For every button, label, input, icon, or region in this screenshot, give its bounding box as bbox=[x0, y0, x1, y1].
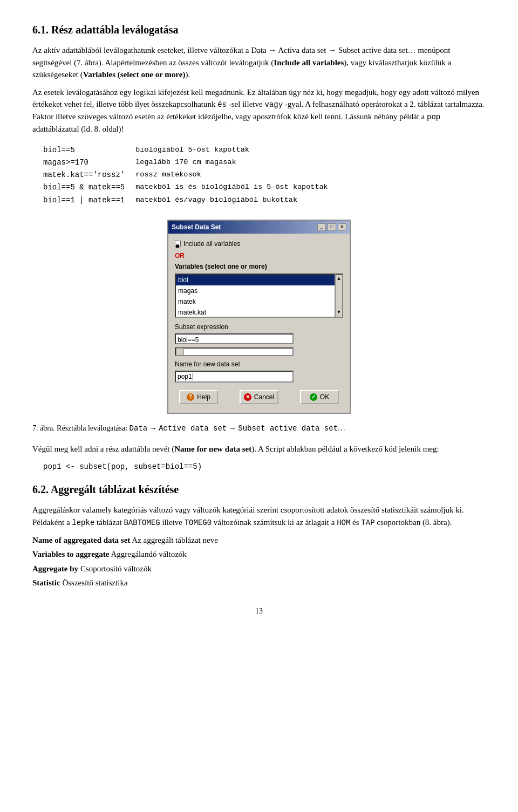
listbox-item-biol[interactable]: biol bbox=[176, 275, 335, 285]
horizontal-scrollbar[interactable] bbox=[175, 347, 294, 356]
example-row-4: biol==5 & matek==5 matekból is és biológ… bbox=[43, 181, 339, 194]
def-term-1: Name of aggregated data set bbox=[32, 536, 130, 544]
example-row-2: magas>=170 legalább 170 cm magasak bbox=[43, 156, 339, 169]
titlebar-buttons: _ □ × bbox=[317, 223, 346, 231]
section-6-1-para1: Az aktív adattáblából leválogathatunk es… bbox=[32, 44, 486, 81]
def-desc-1: Az aggregált táblázat neve bbox=[132, 536, 218, 544]
ok-button[interactable]: ✓ OK bbox=[300, 390, 339, 404]
cancel-label: Cancel bbox=[254, 393, 274, 401]
scroll-thumb bbox=[176, 348, 184, 356]
dialog-window: Subset Data Set _ □ × ■ Include all vari… bbox=[167, 220, 351, 414]
include-all-row: ■ Include all variables bbox=[175, 239, 343, 249]
script-code: pop1 <- subset(pop, subset=biol==5) bbox=[43, 460, 486, 473]
name-label: Name for new data set bbox=[175, 359, 343, 369]
examples-table: biol==5 biológiából 5-öst kapottak magas… bbox=[43, 144, 339, 207]
cancel-button[interactable]: ✕ Cancel bbox=[240, 390, 278, 404]
example-row-1: biol==5 biológiából 5-öst kapottak bbox=[43, 144, 339, 156]
example-code-2: magas>=170 bbox=[43, 156, 135, 169]
include-all-checkbox[interactable]: ■ bbox=[175, 241, 181, 247]
definitions-block: Name of aggregated data set Az aggregált… bbox=[32, 534, 486, 589]
example-row-5: biol==1 | matek==1 matekból és/vagy biol… bbox=[43, 194, 339, 207]
def-row-1: Name of aggregated data set Az aggregált… bbox=[32, 534, 486, 547]
minimize-button[interactable]: _ bbox=[317, 223, 326, 231]
subset-expr-label: Subset expression bbox=[175, 322, 343, 332]
variables-listbox[interactable]: biol magas matek matek.kat bbox=[175, 274, 336, 318]
dialog-title: Subset Data Set bbox=[172, 222, 221, 232]
listbox-item-matek[interactable]: matek bbox=[176, 296, 335, 307]
help-label: Help bbox=[197, 393, 210, 401]
include-all-label: Include all variables bbox=[183, 239, 240, 249]
def-desc-4: Összesítő statisztika bbox=[62, 578, 127, 587]
example-code-4: biol==5 & matek==5 bbox=[43, 181, 135, 194]
figure-text: Résztábla leválogatása: Data → Active da… bbox=[57, 424, 345, 432]
dialog-buttons-row: ? Help ✕ Cancel ✓ OK bbox=[175, 388, 343, 407]
para-after-fig: Végül meg kell adni a rész adattábla nev… bbox=[32, 443, 486, 455]
maximize-button[interactable]: □ bbox=[328, 223, 336, 231]
text-cursor bbox=[193, 373, 193, 380]
def-term-4: Statistic bbox=[32, 578, 60, 587]
name-input[interactable]: pop1 bbox=[175, 371, 294, 383]
figure-caption: 7. ábra. Résztábla leválogatása: Data → … bbox=[32, 422, 486, 434]
scroll-down-btn[interactable]: ▼ bbox=[337, 309, 342, 316]
help-button[interactable]: ? Help bbox=[179, 390, 218, 404]
def-term-3: Aggregate by bbox=[32, 564, 78, 573]
example-code-1: biol==5 bbox=[43, 144, 135, 156]
dialog-container: Subset Data Set _ □ × ■ Include all vari… bbox=[32, 220, 486, 414]
example-desc-5: matekból és/vagy biológiából bukottak bbox=[135, 194, 338, 207]
dialog-titlebar: Subset Data Set _ □ × bbox=[168, 221, 350, 234]
listbox-item-matek-kat[interactable]: matek.kat bbox=[176, 307, 335, 318]
example-code-5: biol==1 | matek==1 bbox=[43, 194, 135, 207]
def-row-4: Statistic Összesítő statisztika bbox=[32, 577, 486, 589]
example-desc-1: biológiából 5-öst kapottak bbox=[135, 144, 338, 156]
example-desc-4: matekból is és biológiából is 5-öst kapo… bbox=[135, 181, 338, 194]
def-desc-3: Csoportosító változók bbox=[80, 564, 152, 573]
section-6-1-title: 6.1. Rész adattábla leválogatása bbox=[32, 22, 486, 38]
example-row-3: matek.kat=='rossz' rossz matekosok bbox=[43, 169, 339, 181]
listbox-scrollbar[interactable]: ▲ ▼ bbox=[336, 274, 343, 318]
scroll-up-btn[interactable]: ▲ bbox=[337, 275, 342, 283]
def-desc-2: Aggregálandó változók bbox=[111, 550, 186, 558]
section-6-2-para1: Aggregáláskor valamely kategóriás változ… bbox=[32, 504, 486, 529]
figure-number: 7. ábra. bbox=[32, 424, 55, 432]
or-label: OR bbox=[175, 251, 343, 261]
page-number: 13 bbox=[32, 605, 486, 617]
help-icon: ? bbox=[187, 393, 194, 401]
example-desc-3: rossz matekosok bbox=[135, 169, 338, 181]
dialog-body: ■ Include all variables OR Variables (se… bbox=[168, 234, 350, 413]
def-row-2: Variables to aggregate Aggregálandó vált… bbox=[32, 548, 486, 561]
cancel-icon: ✕ bbox=[244, 393, 251, 401]
example-code-3: matek.kat=='rossz' bbox=[43, 169, 135, 181]
ok-label: OK bbox=[320, 393, 329, 401]
def-row-3: Aggregate by Csoportosító változók bbox=[32, 563, 486, 575]
def-term-2: Variables to aggregate bbox=[32, 550, 109, 558]
close-button[interactable]: × bbox=[338, 223, 346, 231]
section-6-1-para2: Az esetek leválogatásához egy logikai ki… bbox=[32, 86, 486, 135]
ok-icon: ✓ bbox=[310, 393, 317, 401]
variables-label: Variables (select one or more) bbox=[175, 262, 343, 271]
subset-expr-input[interactable]: biol==5 bbox=[175, 333, 294, 344]
example-desc-2: legalább 170 cm magasak bbox=[135, 156, 338, 169]
listbox-item-magas[interactable]: magas bbox=[176, 285, 335, 296]
variables-listbox-container: biol magas matek matek.kat ▲ ▼ bbox=[175, 274, 343, 318]
section-6-2-title: 6.2. Aggregált táblázat készítése bbox=[32, 481, 486, 497]
